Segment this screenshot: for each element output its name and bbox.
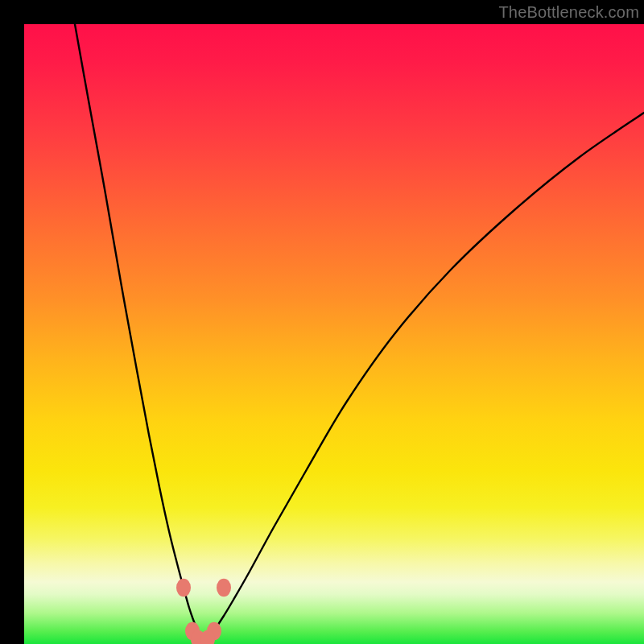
curve-svg <box>24 24 644 644</box>
watermark-text: TheBottleneck.com <box>498 3 639 22</box>
curve-right-branch <box>204 113 644 641</box>
marker-group <box>176 579 231 644</box>
curve-marker <box>217 579 231 597</box>
curve-marker <box>176 579 191 597</box>
plot-area <box>24 24 644 644</box>
curve-left-branch <box>75 24 204 641</box>
chart-frame: TheBottleneck.com <box>0 0 644 644</box>
